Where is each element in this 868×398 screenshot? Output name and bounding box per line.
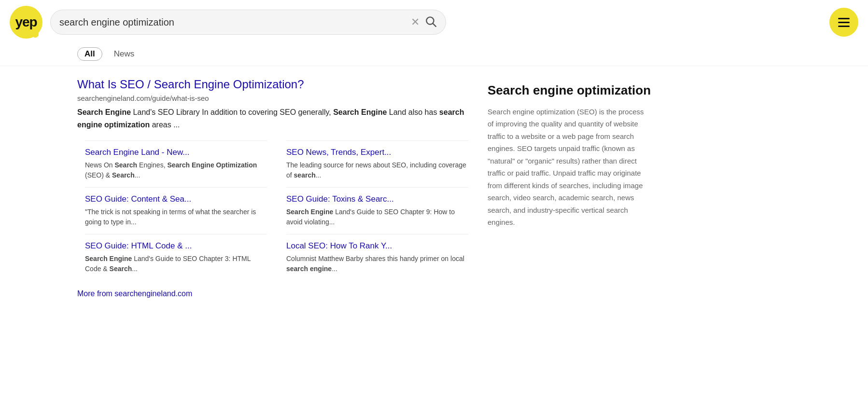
results-column: What Is SEO / Search Engine Optimization… [10, 78, 468, 298]
sub-result-title-4[interactable]: SEO Guide: HTML Code & ... [85, 241, 267, 251]
sub-result-1: SEO News, Trends, Expert... The leading … [286, 140, 468, 187]
snippet-bold-1: Search Engine [77, 108, 131, 116]
sub-result-title-0[interactable]: Search Engine Land - New... [85, 148, 267, 157]
primary-result-title[interactable]: What Is SEO / Search Engine Optimization… [77, 78, 468, 91]
panel-title: Search engine optimization [488, 82, 652, 99]
filter-tabs: All News [0, 44, 868, 66]
more-from-link[interactable]: More from searchengineland.com [77, 289, 192, 298]
sub-result-4: SEO Guide: HTML Code & ... Search Engine… [85, 234, 267, 281]
primary-result-snippet: Search Engine Land's SEO Library In addi… [77, 106, 468, 131]
sub-result-snippet-2: "The trick is not speaking in terms of w… [85, 207, 267, 227]
sub-results-grid: Search Engine Land - New... News On Sear… [85, 140, 468, 281]
main-layout: What Is SEO / Search Engine Optimization… [0, 78, 868, 298]
snippet-text-3: areas ... [152, 121, 180, 129]
sub-result-2: SEO Guide: Content & Sea... "The trick i… [85, 187, 267, 234]
snippet-text-1: Land's SEO Library In addition to coveri… [133, 108, 334, 116]
tab-news[interactable]: News [110, 47, 139, 61]
sub-result-snippet-0: News On Search Engines, Search Engine Op… [85, 160, 267, 180]
svg-line-1 [433, 24, 436, 27]
sub-result-0: Search Engine Land - New... News On Sear… [85, 140, 267, 187]
hamburger-icon [838, 18, 850, 27]
menu-button[interactable] [829, 8, 858, 37]
snippet-bold-2: Search Engine [333, 108, 387, 116]
sub-result-title-1[interactable]: SEO News, Trends, Expert... [286, 148, 468, 157]
search-icon[interactable] [424, 15, 437, 29]
primary-result-url: searchengineland.com/guide/what-is-seo [77, 94, 468, 102]
clear-icon[interactable]: ✕ [411, 17, 420, 27]
sub-result-title-2[interactable]: SEO Guide: Content & Sea... [85, 194, 267, 204]
tab-all[interactable]: All [77, 47, 102, 61]
logo[interactable]: yep [10, 6, 42, 39]
sub-result-snippet-5: Columnist Matthew Barby shares this hand… [286, 254, 468, 274]
search-bar: ✕ [50, 10, 446, 35]
search-input[interactable] [59, 17, 406, 28]
sub-result-snippet-4: Search Engine Land's Guide to SEO Chapte… [85, 254, 267, 274]
right-panel: Search engine optimization Search engine… [488, 78, 652, 298]
sub-result-3: SEO Guide: Toxins & Searc... Search Engi… [286, 187, 468, 234]
snippet-text-2: Land also has [389, 108, 439, 116]
sub-result-snippet-3: Search Engine Land's Guide to SEO Chapte… [286, 207, 468, 227]
primary-result: What Is SEO / Search Engine Optimization… [77, 78, 468, 131]
panel-description: Search engine optimization (SEO) is the … [488, 106, 652, 229]
sub-result-title-3[interactable]: SEO Guide: Toxins & Searc... [286, 194, 468, 204]
sub-result-5: Local SEO: How To Rank Y... Columnist Ma… [286, 234, 468, 281]
header: yep ✕ [0, 0, 868, 44]
sub-result-title-5[interactable]: Local SEO: How To Rank Y... [286, 241, 468, 251]
logo-text: yep [15, 14, 37, 30]
sub-result-snippet-1: The leading source for news about SEO, i… [286, 160, 468, 180]
search-bar-container: ✕ [50, 10, 446, 35]
